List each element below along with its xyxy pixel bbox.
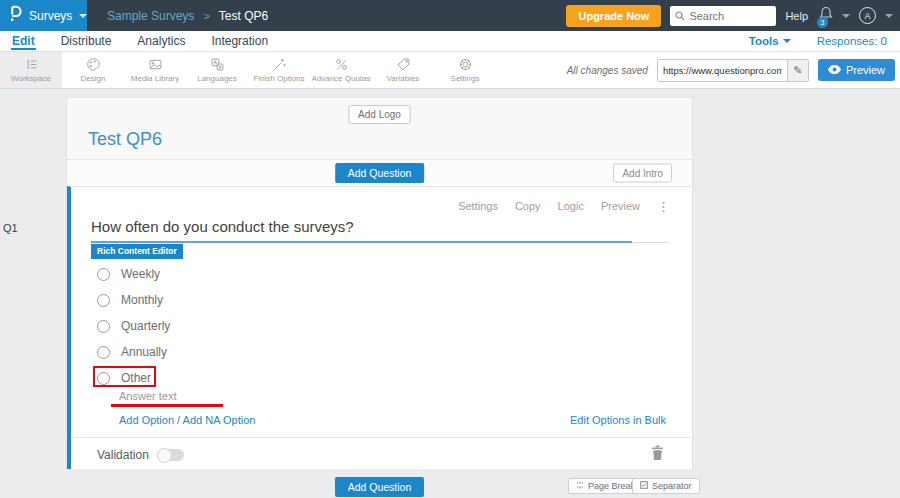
question-actions: Settings Copy Logic Preview ⋮	[458, 200, 670, 212]
eye-icon	[828, 64, 841, 76]
option-add-links: Add Option / Add NA Option	[119, 414, 255, 426]
separator-icon	[640, 481, 648, 491]
nav-bar: Edit Distribute Analytics Integration To…	[0, 31, 900, 52]
toolbar-item-advance-quotas[interactable]: Advance Quotas	[310, 52, 372, 88]
question-block: Settings Copy Logic Preview ⋮ How often …	[67, 186, 692, 469]
upgrade-now-button[interactable]: Upgrade Now	[566, 5, 661, 27]
editor-toolbar: Workspace Design Media Library Languages…	[0, 52, 900, 89]
toolbar-item-design[interactable]: Design	[62, 52, 124, 88]
tab-analytics[interactable]: Analytics	[136, 33, 186, 50]
question-settings-link[interactable]: Settings	[458, 200, 498, 212]
question-input-focus-underline	[91, 241, 632, 243]
toolbar-item-languages[interactable]: Languages	[186, 52, 248, 88]
tools-label: Tools	[749, 35, 779, 47]
breadcrumb: Sample Surveys > Test QP6	[107, 9, 268, 23]
radio-button[interactable]	[97, 346, 110, 359]
toolbar-item-label: Advance Quotas	[311, 74, 370, 83]
workspace-icon	[24, 57, 39, 72]
avatar[interactable]: A	[859, 7, 876, 24]
question-number: Q1	[3, 222, 18, 234]
answer-options-list: Weekly Monthly Quarterly Annually Other	[97, 261, 170, 391]
search-icon	[675, 7, 685, 25]
radio-button[interactable]	[97, 320, 110, 333]
link-separator: /	[174, 414, 183, 426]
survey-url-box: ✎	[657, 59, 809, 82]
chevron-down-icon	[783, 39, 791, 43]
radio-button[interactable]	[97, 372, 110, 385]
add-option-link[interactable]: Add Option	[119, 414, 174, 426]
search-input[interactable]	[689, 10, 771, 22]
option-label[interactable]: Other	[121, 371, 151, 385]
surveys-menu[interactable]: Surveys	[0, 0, 87, 31]
option-label[interactable]: Quarterly	[121, 319, 170, 333]
survey-title[interactable]: Test QP6	[88, 129, 162, 150]
question-copy-link[interactable]: Copy	[515, 200, 541, 212]
validation-label: Validation	[97, 448, 149, 462]
toolbar-item-label: Workspace	[11, 74, 51, 83]
responses-link[interactable]: Responses: 0	[817, 35, 887, 47]
tools-menu[interactable]: Tools	[749, 35, 791, 47]
notification-count-badge: 3	[817, 17, 828, 28]
option-label[interactable]: Monthly	[121, 293, 163, 307]
tab-integration[interactable]: Integration	[210, 33, 269, 50]
toolbar-item-label: Languages	[197, 74, 237, 83]
add-intro-button[interactable]: Add Intro	[613, 164, 672, 183]
survey-header-actions: Add Question Add Intro	[67, 159, 692, 186]
tab-distribute[interactable]: Distribute	[60, 33, 113, 50]
option-row[interactable]: Quarterly	[97, 313, 170, 339]
separator-label: Separator	[652, 481, 692, 491]
questionpro-logo	[9, 5, 22, 26]
more-options-icon[interactable]: ⋮	[657, 201, 670, 212]
question-text[interactable]: How often do you conduct the surveys?	[91, 218, 354, 235]
option-label[interactable]: Weekly	[121, 267, 160, 281]
top-bar: Surveys Sample Surveys > Test QP6 Upgrad…	[0, 0, 900, 31]
product-label: Surveys	[29, 9, 72, 23]
add-logo-button[interactable]: Add Logo	[348, 105, 411, 124]
toolbar-item-label: Settings	[451, 74, 480, 83]
edit-url-pencil-icon[interactable]: ✎	[787, 60, 808, 81]
survey-header: Add Logo Test QP6	[67, 98, 692, 159]
question-preview-link[interactable]: Preview	[601, 200, 640, 212]
add-na-option-link[interactable]: Add NA Option	[183, 414, 256, 426]
divider	[71, 437, 692, 438]
search-box[interactable]	[670, 6, 776, 26]
delete-question-trash-icon[interactable]	[651, 445, 664, 464]
preview-button[interactable]: Preview	[818, 59, 895, 81]
toolbar-item-label: Media Library	[131, 74, 179, 83]
validation-toggle[interactable]	[158, 449, 184, 461]
add-question-button-bottom[interactable]: Add Question	[335, 477, 425, 497]
option-row[interactable]: Monthly	[97, 287, 170, 313]
radio-button[interactable]	[97, 294, 110, 307]
toolbar-item-finish-options[interactable]: Finish Options	[248, 52, 310, 88]
survey-url-input[interactable]	[658, 60, 787, 81]
toolbar-item-settings[interactable]: Settings	[434, 52, 496, 88]
separator-button[interactable]: Separator	[632, 478, 700, 494]
page-break-label: Page Break	[588, 481, 635, 491]
other-answer-input[interactable]	[113, 390, 224, 405]
finish-options-wand-icon	[272, 57, 287, 72]
notifications-bell-icon[interactable]: 3	[819, 6, 833, 25]
toolbar-item-workspace[interactable]: Workspace	[0, 52, 62, 88]
radio-button[interactable]	[97, 268, 110, 281]
breadcrumb-current: Test QP6	[219, 9, 268, 23]
option-row[interactable]: Weekly	[97, 261, 170, 287]
chevron-down-icon[interactable]	[842, 14, 850, 18]
tab-edit[interactable]: Edit	[11, 33, 36, 50]
chevron-down-icon[interactable]	[885, 14, 893, 18]
add-question-button-top[interactable]: Add Question	[335, 163, 425, 183]
question-input-underline	[632, 242, 668, 243]
rich-content-editor-badge[interactable]: Rich Content Editor	[91, 244, 183, 259]
edit-options-in-bulk-link[interactable]: Edit Options in Bulk	[570, 414, 666, 426]
toolbar-item-media-library[interactable]: Media Library	[124, 52, 186, 88]
media-library-icon	[148, 57, 163, 72]
option-label[interactable]: Annually	[121, 345, 167, 359]
breadcrumb-parent[interactable]: Sample Surveys	[107, 9, 194, 23]
advance-quotas-icon	[334, 57, 349, 72]
toolbar-item-variables[interactable]: Variables	[372, 52, 434, 88]
settings-gear-icon	[458, 57, 473, 72]
question-logic-link[interactable]: Logic	[558, 200, 584, 212]
option-row[interactable]: Annually	[97, 339, 170, 365]
help-link[interactable]: Help	[785, 10, 808, 22]
design-palette-icon	[86, 57, 101, 72]
toolbar-item-label: Design	[81, 74, 106, 83]
